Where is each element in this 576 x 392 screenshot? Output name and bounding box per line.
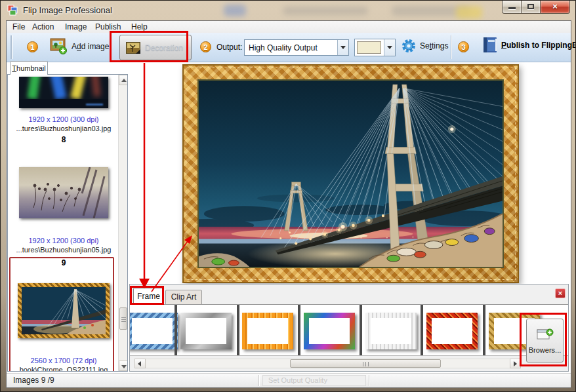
preview-image-bridge	[197, 79, 504, 268]
close-button[interactable]: ×	[541, 1, 570, 14]
grip-icon	[365, 362, 366, 366]
wallpaper-smudge	[224, 5, 246, 16]
thumbnail-scrollbar[interactable]	[118, 75, 127, 371]
frame-list-divider	[237, 305, 239, 356]
settings-label: Settings	[420, 41, 448, 50]
thumbnail-dims: 1920 x 1200 (300 dpi)	[8, 115, 119, 123]
grip-icon	[363, 362, 363, 366]
arrow-left-icon	[138, 361, 141, 366]
status-hint: Set Output Quality	[262, 375, 366, 386]
settings-button[interactable]: Settings	[401, 38, 448, 54]
background-color-combobox[interactable]	[354, 39, 396, 56]
frame-thumbnail-orange[interactable]	[242, 313, 293, 349]
maximize-icon	[527, 4, 534, 9]
thumbnail-image-plants[interactable]	[19, 167, 108, 218]
scrollbar-thumb[interactable]	[290, 359, 441, 368]
thumbnail-panel: 1920 x 1200 (300 dpi) ...tures\Buzhuoshu…	[7, 74, 128, 372]
chevron-down-icon	[340, 46, 346, 49]
tab-clip-art[interactable]: Clip Art	[165, 290, 202, 305]
menu-bar: File Action Image Publish Help	[7, 21, 571, 33]
window-title: Flip Image Professional	[23, 5, 112, 15]
frame-thumbnail-silver[interactable]	[180, 313, 232, 349]
frame-list-divider	[298, 305, 300, 356]
thumbnail-filename: book\Chrome_OS22111.jpg	[8, 366, 119, 372]
menu-image[interactable]: Image	[65, 22, 87, 31]
title-bar[interactable]: Flip Image Professional ×	[1, 1, 576, 20]
publish-button[interactable]: Publish to FlippingB	[482, 36, 576, 54]
app-icon	[7, 5, 18, 16]
toolbar-gripper[interactable]	[10, 35, 13, 59]
step-1-badge: 1	[27, 41, 38, 52]
output-quality-combobox[interactable]: High Quality Output	[244, 39, 349, 56]
thumbnail-number: 9	[8, 258, 119, 267]
grip-icon	[121, 321, 126, 322]
publish-label: Publish to FlippingB	[501, 41, 576, 50]
arrow-down-icon	[121, 365, 127, 368]
wallpaper-smudge	[283, 7, 368, 15]
frame-thumbnail-rainbow[interactable]	[304, 313, 355, 349]
step-3-badge: 3	[458, 41, 469, 52]
scroll-left-button[interactable]	[134, 359, 146, 368]
frame-thumbnail-white[interactable]	[365, 313, 417, 349]
grip-icon	[368, 362, 369, 366]
arrow-up-icon	[121, 79, 127, 82]
decoration-panel: Frame Clip Art ×	[129, 284, 569, 372]
add-image-button[interactable]: Add image	[50, 38, 109, 55]
scroll-up-button[interactable]	[119, 75, 128, 85]
annotation-rect-decoration	[110, 31, 188, 62]
close-icon: ×	[552, 1, 558, 11]
status-separator	[369, 375, 370, 386]
thumbnail-number: 8	[8, 135, 119, 144]
wallpaper-smudge	[456, 6, 482, 19]
menu-action[interactable]: Action	[32, 22, 54, 31]
output-label: Output:	[216, 43, 242, 52]
menu-file[interactable]: File	[12, 22, 25, 31]
close-icon: ×	[558, 289, 562, 297]
minimize-icon	[508, 7, 516, 9]
preview-frame-gold	[182, 64, 519, 283]
color-swatch	[357, 41, 381, 54]
add-image-icon	[50, 38, 68, 55]
thumbnail-image-toys[interactable]	[19, 77, 108, 108]
toolbar-separator	[451, 35, 452, 59]
panel-close-button[interactable]: ×	[555, 288, 566, 298]
color-dropdown-button[interactable]	[384, 39, 395, 56]
thumbnail-dims: 1920 x 1200 (300 dpi)	[8, 237, 119, 245]
thumbnail-dims: 2560 x 1700 (72 dpi)	[8, 357, 119, 364]
status-image-count: Images 9 /9	[13, 376, 54, 385]
scrollbar-thumb[interactable]	[119, 307, 127, 330]
annotation-rect-browse	[520, 313, 567, 366]
frame-list-divider	[360, 305, 362, 356]
frame-list-divider	[421, 305, 423, 356]
frame-list-divider	[175, 305, 177, 356]
add-image-label: Add image	[72, 42, 109, 51]
menu-publish[interactable]: Publish	[95, 22, 121, 31]
status-separator	[258, 375, 260, 386]
toolbar: 1 Add image Decoration	[7, 33, 571, 62]
thumbnail-filename: ...tures\Buzhuoshunjian03.jpg	[8, 125, 119, 132]
frame-thumbnail-blue[interactable]	[130, 313, 178, 349]
minimize-button[interactable]	[502, 1, 522, 14]
annotation-rect-frame-tab	[130, 286, 164, 305]
app-window: Flip Image Professional × File Action Im…	[0, 0, 576, 392]
maximize-button[interactable]	[522, 1, 541, 14]
grip-icon	[121, 319, 126, 320]
arrow-right-icon	[514, 361, 517, 366]
status-bar: Images 9 /9 Set Output Quality	[7, 373, 571, 387]
output-dropdown-button[interactable]	[337, 40, 348, 55]
scroll-down-button[interactable]	[119, 361, 128, 371]
book-icon	[482, 36, 499, 54]
chevron-down-icon	[387, 46, 392, 49]
frame-list-divider	[483, 305, 485, 356]
thumbnail-image-bridge-framed[interactable]	[18, 283, 110, 338]
tab-thumbnail[interactable]: Thumbnail	[10, 61, 48, 75]
output-quality-value: High Quality Output	[249, 43, 318, 52]
frame-thumbnail-red[interactable]	[426, 313, 478, 349]
frame-list	[130, 304, 568, 356]
thumbnail-filename: ...tures\Buzhuoshunjian05.jpg	[8, 246, 119, 254]
window-controls: ×	[502, 1, 570, 14]
step-2-badge: 2	[200, 41, 211, 52]
gear-icon	[401, 38, 417, 54]
menu-help[interactable]: Help	[131, 22, 148, 31]
thumbnail-tab-label: Thumbnail	[12, 64, 45, 72]
